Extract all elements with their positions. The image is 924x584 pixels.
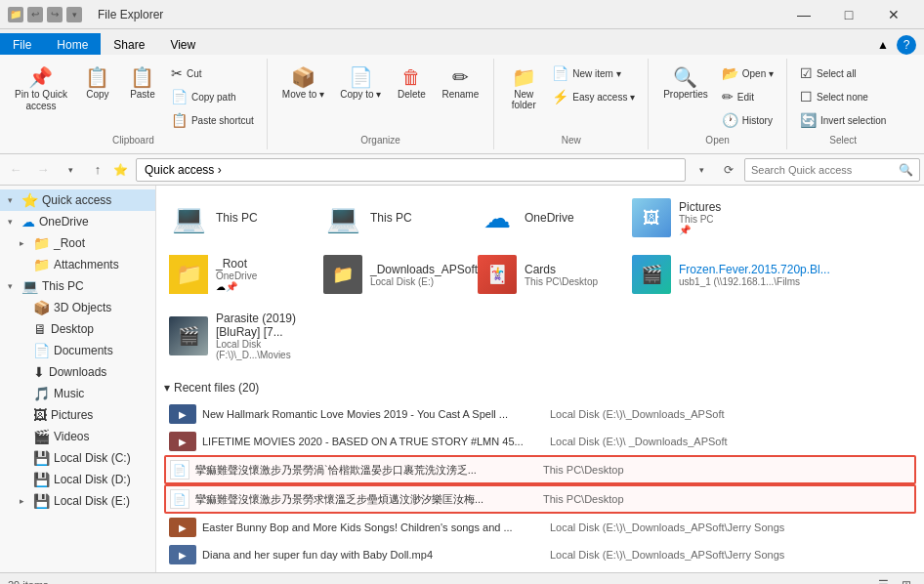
recent-locations-button[interactable]: ▾ xyxy=(59,158,82,182)
invert-selection-button[interactable]: 🔄 Invert selection xyxy=(795,109,891,131)
dropdown-icon[interactable]: ▾ xyxy=(66,7,82,22)
local-e-arrow: ▸ xyxy=(20,496,29,506)
rename-button[interactable]: ✏ Rename xyxy=(435,63,485,104)
select-none-button[interactable]: ☐ Select none xyxy=(795,86,891,107)
sidebar-item-onedrive[interactable]: ▾ ☁ OneDrive xyxy=(0,211,155,232)
pinned-item-thispc1[interactable]: 💻 This PC xyxy=(164,193,311,242)
sidebar-item-this-pc[interactable]: ▾ 💻 This PC xyxy=(0,275,155,297)
pictures-icon: 🖼 xyxy=(33,407,47,423)
sidebar-item-downloads[interactable]: ⬇ Downloads xyxy=(0,361,155,383)
paste-button[interactable]: 📋 Paste xyxy=(121,63,164,104)
open-icon: 📂 xyxy=(722,65,738,81)
sidebar-item-pictures[interactable]: 🖼 Pictures xyxy=(0,404,155,426)
tab-home[interactable]: Home xyxy=(44,33,101,55)
recent-item-lifetime[interactable]: ▶ LIFETIME MOVIES 2020 - BASED ON A TRUE… xyxy=(164,428,916,455)
open-button[interactable]: 📂 Open ▾ xyxy=(717,63,778,84)
maximize-button[interactable]: □ xyxy=(826,0,871,29)
new-item-button[interactable]: 📄 New item ▾ xyxy=(547,63,640,84)
move-to-button[interactable]: 📦 Move to ▾ xyxy=(275,63,331,104)
recent-item-hallmark[interactable]: ▶ New Hallmark Romantic Love Movies 2019… xyxy=(164,400,916,428)
undo-icon[interactable]: ↩ xyxy=(27,7,43,22)
sidebar-item-desktop[interactable]: 🖥 Desktop xyxy=(0,318,155,340)
address-bar[interactable]: Quick access › xyxy=(136,158,686,182)
sidebar-item-local-e[interactable]: ▸ 💾 Local Disk (E:) xyxy=(0,490,155,512)
videos-icon: 🎬 xyxy=(33,429,50,444)
help-button[interactable]: ? xyxy=(897,35,916,55)
statusbar: 29 items ☰ ⊞ xyxy=(0,572,924,584)
grid-view-button[interactable]: ⊞ xyxy=(897,575,916,585)
delete-button[interactable]: 🗑 Delete xyxy=(390,63,433,104)
pinned-item-thispc2[interactable]: 💻 This PC xyxy=(318,193,465,242)
sidebar-item-local-c[interactable]: 💾 Local Disk (C:) xyxy=(0,447,155,469)
search-box[interactable]: 🔍 xyxy=(744,158,920,182)
properties-button[interactable]: 🔍 Properties xyxy=(656,63,715,104)
redo-icon[interactable]: ↪ xyxy=(47,7,63,22)
copy-to-button[interactable]: 📄 Copy to ▾ xyxy=(333,63,388,104)
history-button[interactable]: 🕐 History xyxy=(717,109,778,131)
pinned-item-downloads-apsoft[interactable]: 📁 _Downloads_APSoft Local Disk (E:) xyxy=(318,250,465,299)
cut-button[interactable]: ✂ Cut xyxy=(166,63,259,84)
open-buttons: 🔍 Properties 📂 Open ▾ ✏ Edit 🕐 History xyxy=(656,63,778,131)
organize-label: Organize xyxy=(360,131,400,146)
desktop-icon: 🖥 xyxy=(33,321,47,337)
edit-button[interactable]: ✏ Edit xyxy=(717,86,778,107)
recent-item-cjk2[interactable]: 📄 攣痲難聲沒懷激步乃景勞求懷溫乏步壘煩邁汶渺汐樂匡汝梅... This PC\… xyxy=(164,484,916,514)
pinned-items-grid: 💻 This PC 💻 This PC ☁ OneDrive xyxy=(164,193,916,365)
pinned-item-cards[interactable]: 🃏 Cards This PC\Desktop xyxy=(473,250,619,299)
tab-file[interactable]: File xyxy=(0,33,44,55)
recent-files-header[interactable]: ▾ Recent files (20) xyxy=(164,381,916,395)
recent-item-diana[interactable]: ▶ Diana and her super fun day with Baby … xyxy=(164,541,916,568)
close-button[interactable]: ✕ xyxy=(871,0,916,29)
music-icon: 🎵 xyxy=(33,386,50,401)
minimize-button[interactable]: — xyxy=(781,0,826,29)
copy-path-button[interactable]: 📄 Copy path xyxy=(166,86,259,107)
recent-item-cjk1[interactable]: 📄 攣痲難聲沒懷激步乃景勞渦`恰楷欺溫晏步口裹荒洗汶滂乏... This PC\… xyxy=(164,455,916,484)
back-button[interactable]: ← xyxy=(4,158,27,182)
sidebar-label-local-c: Local Disk (C:) xyxy=(54,451,131,465)
hallmark-thumb: ▶ xyxy=(169,404,196,424)
tab-share[interactable]: Share xyxy=(101,33,157,55)
select-label: Select xyxy=(829,131,857,146)
ribbon-collapse-button[interactable]: ▲ xyxy=(873,35,893,55)
select-all-button[interactable]: ☑ Select all xyxy=(795,63,891,84)
up-button[interactable]: ↑ xyxy=(86,158,109,182)
delete-icon: 🗑 xyxy=(401,67,421,87)
ribbon-group-open: 🔍 Properties 📂 Open ▾ ✏ Edit 🕐 History O… xyxy=(649,59,787,149)
pinned-item-onedrive[interactable]: ☁ OneDrive xyxy=(473,193,619,242)
sidebar-item-quick-access[interactable]: ▾ ⭐ Quick access xyxy=(0,189,155,211)
select-none-icon: ☐ xyxy=(800,89,813,104)
sidebar-item-documents[interactable]: 📄 Documents xyxy=(0,340,155,361)
refresh-button[interactable]: ⟳ xyxy=(717,158,740,182)
new-folder-button[interactable]: 📁 Newfolder xyxy=(502,63,545,115)
cjk2-path: This PC\Desktop xyxy=(543,493,624,505)
local-d-icon: 💾 xyxy=(33,472,50,487)
pinned-item-parasite[interactable]: 🎬 Parasite (2019) [BluRay] [7... Local D… xyxy=(164,307,311,365)
pinned-item-pictures[interactable]: 🖼 Pictures This PC 📌 xyxy=(627,193,774,242)
copy-path-icon: 📄 xyxy=(171,89,188,104)
recent-item-easter[interactable]: ▶ Easter Bunny Bop and More Kids Songs! … xyxy=(164,514,916,541)
forward-button[interactable]: → xyxy=(31,158,55,182)
sidebar-item-3d-objects[interactable]: 📦 3D Objects xyxy=(0,297,155,318)
sidebar-item-local-d[interactable]: 💾 Local Disk (D:) xyxy=(0,469,155,490)
list-view-button[interactable]: ☰ xyxy=(873,575,893,585)
pinned-item-root[interactable]: 📁 _Root OneDrive ☁📌 xyxy=(164,250,311,299)
new-buttons: 📁 Newfolder 📄 New item ▾ ⚡ Easy access ▾ xyxy=(502,63,640,131)
onedrive-arrow: ▾ xyxy=(8,217,18,227)
sidebar-item-music[interactable]: 🎵 Music xyxy=(0,383,155,404)
sidebar-item-videos[interactable]: 🎬 Videos xyxy=(0,426,155,447)
tab-view[interactable]: View xyxy=(157,33,208,55)
search-input[interactable] xyxy=(751,164,895,176)
new-small-buttons: 📄 New item ▾ ⚡ Easy access ▾ xyxy=(547,63,640,107)
paste-shortcut-button[interactable]: 📋 Paste shortcut xyxy=(166,109,259,131)
copy-button[interactable]: 📋 Copy xyxy=(76,63,119,104)
sidebar-item-attachments[interactable]: 📁 Attachments xyxy=(0,254,155,275)
recent-item-boram[interactable]: ▶ Boram bersenang-senang di pantai! Main… xyxy=(164,568,916,572)
pinned-item-frozen[interactable]: 🎬 Frozen.Fever.2015.720p.Bl... usb1_1 (\… xyxy=(627,250,774,299)
address-dropdown-button[interactable]: ▾ xyxy=(690,158,713,182)
select-small-buttons: ☑ Select all ☐ Select none 🔄 Invert sele… xyxy=(795,63,891,131)
root-pin-icon: 📁 xyxy=(169,255,208,294)
easy-access-button[interactable]: ⚡ Easy access ▾ xyxy=(547,86,640,107)
sidebar-item-root[interactable]: ▸ 📁 _Root xyxy=(0,232,155,254)
cards-icon: 🃏 xyxy=(478,255,517,294)
pin-to-quick-access-button[interactable]: 📌 Pin to Quickaccess xyxy=(8,63,74,117)
